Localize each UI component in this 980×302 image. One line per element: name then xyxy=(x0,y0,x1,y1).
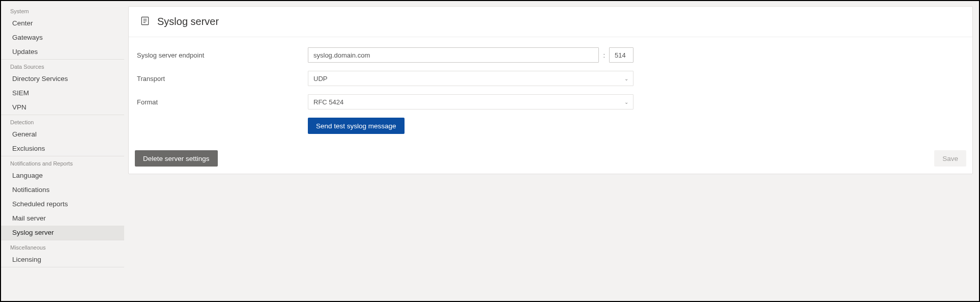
card-body: Syslog server endpoint : Transport UDP ⌄ xyxy=(129,37,972,148)
format-row: Format RFC 5424 ⌄ xyxy=(135,94,966,109)
main-content: Syslog server Syslog server endpoint : T… xyxy=(124,1,979,301)
transport-row: Transport UDP ⌄ xyxy=(135,71,966,86)
sidebar-group-header: Miscellaneous xyxy=(1,241,124,253)
sidebar-item-syslog-server[interactable]: Syslog server xyxy=(1,226,124,240)
endpoint-port-input[interactable] xyxy=(609,47,633,63)
delete-settings-button[interactable]: Delete server settings xyxy=(135,150,218,167)
document-icon xyxy=(140,16,157,28)
card-header: Syslog server xyxy=(129,7,972,37)
sidebar-item-language[interactable]: Language xyxy=(1,169,124,183)
sidebar-item-directory-services[interactable]: Directory Services xyxy=(1,72,124,86)
endpoint-label: Syslog server endpoint xyxy=(135,51,308,59)
sidebar-item-gateways[interactable]: Gateways xyxy=(1,31,124,45)
sidebar-item-licensing[interactable]: Licensing xyxy=(1,253,124,267)
save-button[interactable]: Save xyxy=(934,150,966,167)
send-test-row: Send test syslog message xyxy=(135,118,966,134)
transport-select[interactable]: UDP xyxy=(308,71,633,86)
sidebar-item-vpn[interactable]: VPN xyxy=(1,100,124,115)
endpoint-host-input[interactable] xyxy=(308,47,599,63)
sidebar-group-header: Data Sources xyxy=(1,61,124,72)
sidebar-group-header: Detection xyxy=(1,116,124,127)
page-title: Syslog server xyxy=(157,16,219,28)
sidebar-item-center[interactable]: Center xyxy=(1,16,124,31)
sidebar-item-scheduled-reports[interactable]: Scheduled reports xyxy=(1,197,124,211)
sidebar: SystemCenterGatewaysUpdatesData SourcesD… xyxy=(1,1,124,301)
format-select[interactable]: RFC 5424 xyxy=(308,94,633,109)
transport-label: Transport xyxy=(135,75,308,83)
sidebar-item-mail-server[interactable]: Mail server xyxy=(1,211,124,226)
send-test-button[interactable]: Send test syslog message xyxy=(308,118,405,134)
sidebar-group-header: System xyxy=(1,5,124,16)
syslog-card: Syslog server Syslog server endpoint : T… xyxy=(128,6,973,174)
sidebar-item-notifications[interactable]: Notifications xyxy=(1,183,124,197)
sidebar-group-header: Notifications and Reports xyxy=(1,157,124,169)
format-label: Format xyxy=(135,98,308,106)
sidebar-item-general[interactable]: General xyxy=(1,127,124,142)
endpoint-row: Syslog server endpoint : xyxy=(135,47,966,63)
card-footer: Delete server settings Save xyxy=(129,148,972,174)
endpoint-separator: : xyxy=(603,51,605,59)
sidebar-item-exclusions[interactable]: Exclusions xyxy=(1,142,124,156)
sidebar-item-siem[interactable]: SIEM xyxy=(1,86,124,100)
sidebar-item-updates[interactable]: Updates xyxy=(1,45,124,59)
